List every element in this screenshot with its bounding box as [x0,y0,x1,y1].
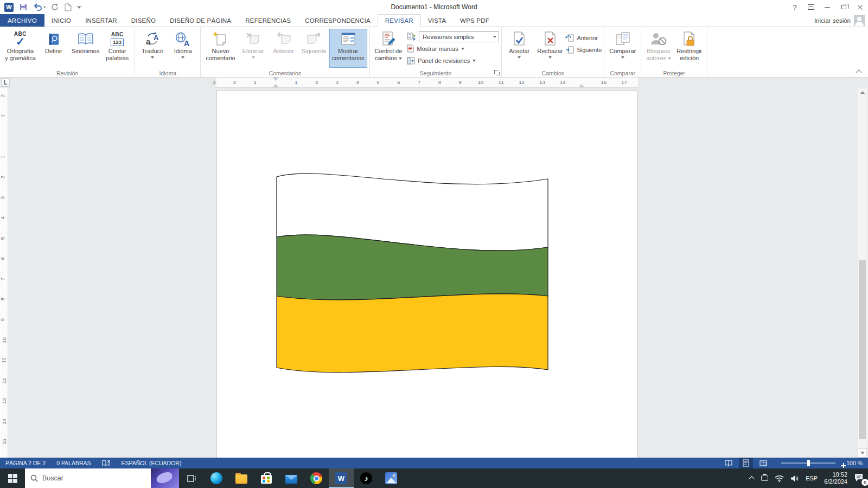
tab-revisar[interactable]: REVISAR [378,14,421,27]
scroll-up-icon[interactable] [858,88,867,97]
display-for-review-select[interactable]: Revisiones simples [419,31,499,42]
task-view-icon[interactable] [179,468,204,488]
track-changes-dropdown-icon [399,57,402,60]
page-indicator[interactable]: PÁGINA 2 DE 2 [0,458,51,468]
restore-icon[interactable] [835,0,852,14]
thesaurus-button[interactable]: Sinónimos [69,29,102,68]
language-indicator[interactable]: ESPAÑOL (ECUADOR) [116,458,187,468]
show-markup-button[interactable]: Mostrar marcas [407,43,499,54]
collapse-ribbon-icon[interactable] [855,69,863,75]
word-count-indicator[interactable]: 0 PALABRAS [51,458,96,468]
hanging-indent-marker[interactable] [273,84,278,87]
mail-icon[interactable] [279,468,304,488]
search-icon [30,474,38,482]
group-revision: ABC✓ Ortografíay gramática Definir Sinón… [0,27,135,77]
word-app-icon[interactable]: W [4,2,14,12]
help-icon[interactable]: ? [787,0,803,14]
search-input[interactable]: Buscar [25,468,179,488]
zoom-slider[interactable] [781,463,835,464]
tab-selector[interactable]: L [1,78,10,87]
tray-device-icon[interactable] [761,476,768,481]
tab-insertar[interactable]: INSERTAR [78,14,124,27]
next-change-button[interactable]: Siguiente [565,44,602,55]
customize-qat-icon[interactable] [77,2,81,12]
wifi-icon[interactable] [775,475,784,482]
translate-button[interactable]: a A Traducir [137,29,168,68]
tab-inicio[interactable]: INICIO [44,14,78,27]
tab-archivo[interactable]: ARCHIVO [0,14,44,27]
web-layout-icon[interactable] [756,458,770,468]
clock-time: 10:52 [824,471,847,478]
sign-in[interactable]: Iniciar sesión [814,14,865,27]
tab-diseno[interactable]: DISEÑO [124,14,163,27]
block-authors-icon [650,30,667,48]
combo-dropdown-icon [493,36,496,38]
ruler-mark: 1 [254,79,257,85]
tiktok-icon[interactable]: ♪ [354,468,379,488]
read-mode-icon[interactable] [722,458,736,468]
scroll-down-icon[interactable] [858,448,867,458]
group-idioma: a A Traducir A Idioma Idioma [135,27,201,77]
start-button[interactable] [0,468,25,488]
reject-change-icon [543,30,557,48]
spelling-grammar-button[interactable]: ABC✓ Ortografíay gramática [2,29,39,68]
compare-button[interactable]: Comparar [607,29,639,68]
ruler-mark: 1 [295,79,297,85]
next-comment-button[interactable]: Siguiente [299,29,329,68]
ruler-mark: 10 [1,337,7,343]
ribbon-display-options-icon[interactable] [803,0,819,14]
print-layout-icon[interactable] [739,458,753,468]
tab-referencias[interactable]: REFERENCIAS [238,14,298,27]
undo-icon[interactable] [33,2,46,12]
previous-change-button[interactable]: Anterior [565,32,602,43]
zoom-slider-thumb[interactable] [807,460,810,466]
open-book-icon [78,30,94,48]
new-document-icon[interactable] [65,2,72,12]
new-comment-button[interactable]: Nuevocomentario [203,29,238,68]
ruler-mark: 2 [315,79,318,85]
tab-vista[interactable]: VISTA [421,14,453,27]
tab-diseno-de-pagina[interactable]: DISEÑO DE PÁGINA [163,14,238,27]
save-icon[interactable] [19,2,28,12]
delete-comment-button[interactable]: Eliminar [238,29,269,68]
tray-chevron-icon[interactable] [749,476,755,482]
language-button[interactable]: A Idioma [168,29,198,68]
define-button[interactable]: Definir [39,29,69,68]
zoom-level[interactable]: 100 % [846,460,866,466]
microsoft-store-icon[interactable] [254,468,279,488]
chrome-icon[interactable] [304,468,329,488]
file-explorer-icon[interactable] [229,468,254,488]
word-count-button[interactable]: ABC123 Contarpalabras [102,29,132,68]
photos-icon[interactable] [379,468,404,488]
clock[interactable]: 10:52 6/2/2024 [824,471,847,485]
right-indent-marker[interactable] [579,84,584,87]
language-tray[interactable]: ESP [806,475,818,481]
previous-comment-button[interactable]: Anterior [269,29,299,68]
ruler-mark: 5 [376,79,379,85]
edge-icon[interactable] [204,468,229,488]
flag-drawing[interactable] [276,163,549,380]
tab-wps-pdf[interactable]: WPS PDF [453,14,496,27]
restrict-editing-button[interactable]: Restringiredición [674,29,705,68]
volume-icon[interactable] [790,475,799,482]
ruler-mark: 14 [560,79,566,85]
show-comments-button[interactable]: Mostrarcomentarios [329,29,367,68]
ruler-mark: 14 [1,419,7,425]
first-line-indent-marker[interactable] [273,78,278,81]
group-cambios: Aceptar Rechazar Anterior Siguiente [502,27,604,77]
ruler-mark: 9 [459,79,462,85]
reject-button[interactable]: Rechazar [534,29,565,68]
redo-icon[interactable] [51,2,59,12]
block-authors-button[interactable]: Bloquear autores [643,29,674,68]
close-icon[interactable] [852,0,868,14]
track-changes-button[interactable]: Control de cambios [372,29,405,68]
proofing-errors-icon[interactable] [97,458,116,468]
action-center-icon[interactable]: 6 [854,473,865,484]
word-taskbar-icon[interactable]: W [329,468,354,488]
minimize-icon[interactable] [819,0,835,14]
scrollbar-thumb[interactable] [859,260,866,439]
reviewing-pane-button[interactable]: Panel de revisiones [407,55,499,66]
globe-language-icon: A [175,30,191,48]
accept-button[interactable]: Aceptar [504,29,534,68]
tab-correspondencia[interactable]: CORRESPONDENCIA [298,14,378,27]
